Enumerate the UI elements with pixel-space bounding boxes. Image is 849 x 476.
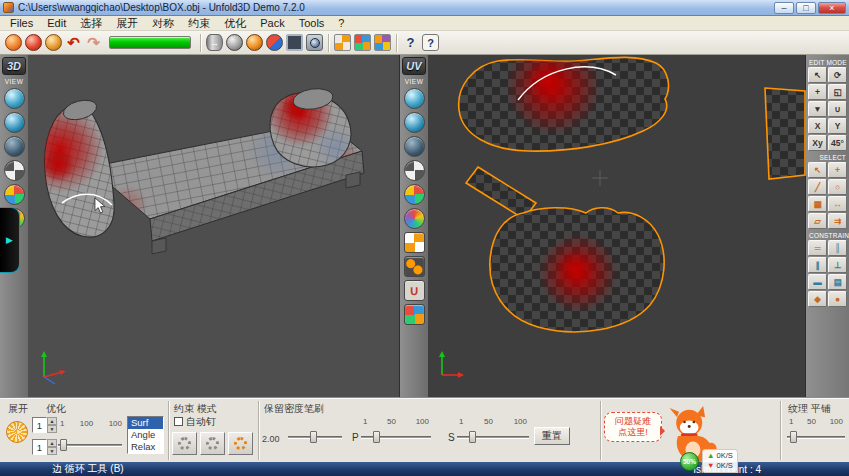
spinner-up-icon[interactable]	[47, 417, 57, 425]
optimize-slider[interactable]	[58, 439, 122, 452]
select-expand-icon[interactable]: ↔	[828, 196, 847, 212]
globe-grid-icon[interactable]	[404, 112, 425, 133]
sphere-map-icon[interactable]	[226, 34, 243, 51]
constraint-gear-button-3[interactable]	[228, 432, 253, 455]
menu-optimize[interactable]: 优化	[217, 16, 253, 30]
maximize-button[interactable]: □	[796, 2, 816, 14]
minimize-button[interactable]: –	[774, 2, 794, 14]
checker-sphere-icon[interactable]	[4, 160, 25, 181]
3d-viewport-label[interactable]: 3D	[2, 57, 26, 75]
orange-ball-icon[interactable]	[246, 34, 263, 51]
constrain-perpendicular-icon[interactable]: ⊥	[828, 257, 847, 273]
constrain-parallel-icon[interactable]: ∥	[808, 257, 827, 273]
pack-grid-icon-2[interactable]	[354, 34, 371, 51]
uv-island-4[interactable]	[765, 88, 805, 179]
speed-ball[interactable]: 50%	[680, 452, 699, 471]
constrain-horizontal-icon[interactable]: ═	[808, 240, 827, 256]
p-slider[interactable]	[361, 431, 431, 444]
globe-grid-icon[interactable]	[4, 112, 25, 133]
constraint-gear-button-1[interactable]	[172, 432, 197, 455]
orbit-view-icon[interactable]	[404, 88, 425, 109]
globe-dark-icon[interactable]	[404, 136, 425, 157]
slideout-panel-tab[interactable]: ▶	[0, 207, 20, 273]
menu-unfold[interactable]: 展开	[109, 16, 145, 30]
select-island-icon[interactable]: ▦	[808, 196, 827, 212]
menu-select[interactable]: 选择	[73, 16, 109, 30]
slider-thumb[interactable]	[469, 431, 476, 443]
auto-pin-checkbox[interactable]	[174, 417, 183, 426]
speech-bubble[interactable]: 问题疑难 点这里!	[604, 412, 662, 442]
menu-pack[interactable]: Pack	[253, 16, 291, 30]
axis-xy-button[interactable]: Xy	[808, 135, 827, 151]
constrain-vertical-icon[interactable]: ║	[828, 240, 847, 256]
select-edge-icon[interactable]: ╱	[808, 179, 827, 195]
help-pointer-icon[interactable]	[402, 34, 419, 51]
cut-tool-icon[interactable]	[5, 34, 22, 51]
titlebar[interactable]: C:\Users\wwangqichao\Desktop\BOX.obj - U…	[0, 0, 849, 16]
uv-island-1[interactable]	[459, 55, 669, 151]
redo-icon[interactable]	[85, 34, 102, 51]
orange-checker-icon[interactable]	[404, 232, 425, 253]
angle-45-button[interactable]: 45°	[828, 135, 847, 151]
menu-tools[interactable]: Tools	[292, 16, 332, 30]
move-tool-icon[interactable]: +	[808, 84, 827, 100]
magnet-icon[interactable]	[404, 280, 425, 301]
constrain-segment-icon[interactable]: ▬	[808, 274, 827, 290]
color-grid-icon[interactable]	[404, 304, 425, 325]
list-item-surf[interactable]: Surf	[128, 417, 163, 429]
camera-icon[interactable]	[306, 34, 323, 51]
iterations-spinner[interactable]: 1	[32, 417, 57, 433]
3d-canvas[interactable]	[28, 55, 400, 398]
menu-symmetry[interactable]: 对称	[145, 16, 181, 30]
menu-edit[interactable]: Edit	[40, 16, 73, 30]
slider-track[interactable]	[457, 436, 529, 439]
slider-thumb[interactable]	[790, 431, 797, 443]
screen-icon[interactable]	[286, 34, 303, 51]
cylinder-unwrap-icon[interactable]	[206, 34, 223, 51]
slider-thumb[interactable]	[310, 431, 317, 443]
unfold-icon[interactable]	[6, 421, 28, 443]
close-button[interactable]: ×	[818, 2, 846, 14]
orbit-view-icon[interactable]	[4, 88, 25, 109]
iterations-spinner-2[interactable]: 1	[32, 439, 57, 455]
globe-dark-icon[interactable]	[4, 136, 25, 157]
rotate-tool-icon[interactable]: ⟳	[828, 67, 847, 83]
list-item-relax[interactable]: Relax	[128, 441, 163, 453]
uv-viewport[interactable]	[428, 55, 806, 398]
undo-icon[interactable]	[65, 34, 82, 51]
select-arrow-icon[interactable]: ↖	[808, 162, 827, 178]
menu-help[interactable]: ?	[331, 16, 351, 30]
menu-files[interactable]: Files	[3, 16, 40, 30]
pin-tool-icon[interactable]: ▼	[808, 101, 827, 117]
weld-tool-icon[interactable]	[25, 34, 42, 51]
cursor-tool-icon[interactable]: ↖	[808, 67, 827, 83]
uv-island-2[interactable]	[466, 167, 536, 219]
select-loop-icon[interactable]: ○	[828, 179, 847, 195]
flatten-tool-icon[interactable]	[45, 34, 62, 51]
axis-x-button[interactable]: X	[808, 118, 827, 134]
select-brush-icon[interactable]: ▱	[808, 213, 827, 229]
islands-icon[interactable]	[404, 256, 425, 277]
uv-island-3[interactable]	[490, 208, 664, 332]
slider-track[interactable]	[58, 444, 122, 447]
constrain-diamond-icon[interactable]: ◆	[808, 291, 827, 307]
dual-color-ball-icon[interactable]	[266, 34, 283, 51]
brush-value-slider[interactable]	[288, 431, 342, 444]
select-add-icon[interactable]: +	[828, 162, 847, 178]
auto-pin-row[interactable]: 自动钉	[174, 415, 216, 429]
rgb-sphere-icon[interactable]	[4, 184, 25, 205]
pack-grid-icon-1[interactable]	[334, 34, 351, 51]
3d-viewport[interactable]	[28, 55, 400, 398]
constrain-dot-icon[interactable]: ●	[828, 291, 847, 307]
help-box-icon[interactable]	[422, 34, 439, 51]
checker-sphere-icon[interactable]	[404, 160, 425, 181]
slider-thumb[interactable]	[373, 431, 380, 443]
uv-canvas[interactable]	[428, 55, 806, 398]
s-slider[interactable]	[457, 431, 529, 444]
net-speed-widget[interactable]: ▲ 0K/S ▼ 0K/S	[702, 449, 738, 473]
slider-thumb[interactable]	[60, 439, 67, 451]
axis-y-button[interactable]: Y	[828, 118, 847, 134]
rainbow-sphere-icon[interactable]	[404, 208, 425, 229]
constraint-gear-button-2[interactable]	[200, 432, 225, 455]
scale-tool-icon[interactable]: ◱	[828, 84, 847, 100]
